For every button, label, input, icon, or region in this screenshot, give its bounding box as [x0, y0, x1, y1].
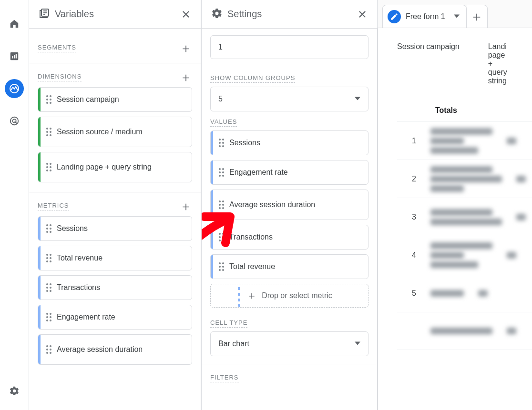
- chip-label: Transactions: [57, 283, 100, 292]
- settings-title: Settings: [227, 9, 357, 20]
- show-column-groups-label: SHOW COLUMN GROUPS: [210, 74, 295, 83]
- drag-handle-icon[interactable]: [41, 254, 57, 262]
- left-rail: [0, 0, 29, 410]
- reports-button[interactable]: [5, 47, 24, 66]
- svg-rect-1: [12, 56, 13, 59]
- show-column-groups-select[interactable]: 5: [210, 87, 368, 111]
- column-header: Landing page + query string: [488, 42, 507, 85]
- value-chip[interactable]: Total revenue: [210, 254, 368, 279]
- table-row[interactable]: 4: [397, 236, 532, 274]
- settings-panel: Settings 1 SHOW COLUMN GROUPS 5 VALUES: [201, 0, 378, 410]
- table-row[interactable]: 2: [397, 160, 532, 198]
- redacted-cell: [430, 242, 492, 268]
- chip-label: Engagement rate: [57, 312, 115, 322]
- metric-chip[interactable]: Engagement rate: [38, 305, 192, 330]
- explore-button[interactable]: [5, 79, 24, 98]
- redacted-cell: [516, 214, 526, 220]
- row-index: 3: [397, 213, 416, 221]
- drag-handle-icon[interactable]: [213, 262, 229, 271]
- redacted-cell: [516, 176, 526, 182]
- pencil-icon: [388, 10, 401, 23]
- show-column-groups-section: SHOW COLUMN GROUPS 5: [210, 68, 368, 111]
- row-index: 4: [397, 251, 416, 260]
- add-metric-button[interactable]: ＋: [180, 200, 192, 212]
- start-row-value: 1: [218, 43, 223, 51]
- drop-metric-target[interactable]: ＋ Drop or select metric: [210, 284, 368, 308]
- chevron-down-icon[interactable]: [454, 12, 460, 21]
- row-index: 1: [397, 137, 416, 145]
- drag-handle-icon[interactable]: [213, 233, 229, 241]
- drag-handle-icon[interactable]: [41, 345, 57, 354]
- plus-icon: ＋: [246, 289, 257, 303]
- column-header: Session campaign: [397, 42, 460, 85]
- drag-handle-icon[interactable]: [213, 139, 229, 147]
- drag-handle-icon[interactable]: [41, 163, 57, 171]
- chevron-down-icon: [355, 95, 360, 103]
- value-chip[interactable]: Transactions: [210, 225, 368, 250]
- table-row[interactable]: 1: [397, 121, 532, 160]
- admin-gear-button[interactable]: [5, 381, 24, 400]
- chip-label: Transactions: [229, 232, 273, 242]
- table-row[interactable]: [397, 312, 532, 350]
- metric-chip[interactable]: Total revenue: [38, 246, 192, 270]
- redacted-cell: [507, 252, 516, 259]
- close-settings-button[interactable]: [357, 9, 368, 20]
- table-row[interactable]: 5: [397, 274, 532, 312]
- metric-chip[interactable]: Sessions: [38, 216, 192, 241]
- tab-label: Free form 1: [406, 12, 445, 21]
- drag-handle-icon[interactable]: [41, 95, 57, 104]
- column-headers: Session campaign Landing page + query st…: [397, 42, 532, 95]
- metrics-section: METRICS ＋ Sessions Total revenue Transac…: [29, 192, 201, 374]
- gear-icon: [211, 8, 223, 21]
- metric-chip[interactable]: Average session duration: [38, 334, 192, 365]
- variables-title: Variables: [55, 9, 181, 20]
- chip-label: Sessions: [57, 224, 88, 233]
- table-row[interactable]: 3: [397, 198, 532, 236]
- values-label: VALUES: [210, 118, 237, 127]
- cell-type-select[interactable]: Bar chart: [210, 331, 368, 356]
- row-index: 2: [397, 175, 416, 183]
- redacted-cell: [478, 290, 488, 297]
- show-column-groups-value: 5: [218, 95, 223, 103]
- variables-icon: [39, 8, 50, 21]
- drag-handle-icon[interactable]: [213, 168, 229, 177]
- dimensions-label: DIMENSIONS: [38, 73, 82, 81]
- chip-label: Landing page + query string: [57, 162, 152, 172]
- totals-row: Totals: [397, 95, 532, 121]
- add-dimension-button[interactable]: ＋: [180, 71, 192, 83]
- metrics-label: METRICS: [38, 202, 69, 210]
- redacted-cell: [430, 290, 464, 297]
- chip-label: Sessions: [229, 138, 260, 148]
- dimension-chip[interactable]: Landing page + query string: [38, 152, 192, 182]
- add-segment-button[interactable]: ＋: [180, 42, 192, 54]
- chip-label: Total revenue: [229, 262, 275, 271]
- drag-handle-icon[interactable]: [41, 224, 57, 233]
- add-tab-button[interactable]: ＋: [467, 5, 488, 28]
- drag-handle-icon[interactable]: [41, 283, 57, 292]
- tab-free-form[interactable]: Free form 1: [382, 5, 467, 28]
- row-index: 5: [397, 289, 416, 298]
- drop-label: Drop or select metric: [262, 291, 332, 300]
- home-button[interactable]: [5, 14, 24, 33]
- totals-label: Totals: [435, 106, 457, 114]
- variables-header: Variables: [29, 0, 201, 29]
- value-chip[interactable]: Sessions: [210, 130, 368, 155]
- drag-handle-icon[interactable]: [41, 128, 57, 136]
- metric-chip[interactable]: Transactions: [38, 275, 192, 300]
- start-row-input[interactable]: 1: [210, 35, 368, 59]
- value-chip[interactable]: Average session duration: [210, 190, 368, 220]
- value-chip[interactable]: Engagement rate: [210, 160, 368, 185]
- report-panel: Free form 1 ＋ Session campaign Landing p…: [378, 0, 532, 410]
- redacted-cell: [430, 209, 502, 225]
- drag-handle-icon[interactable]: [213, 200, 229, 209]
- advertising-button[interactable]: [5, 111, 24, 130]
- segments-label: SEGMENTS: [38, 44, 76, 52]
- cell-type-label: CELL TYPE: [210, 319, 247, 328]
- dimension-chip[interactable]: Session campaign: [38, 87, 192, 112]
- redacted-cell: [430, 128, 492, 154]
- dimension-chip[interactable]: Session source / medium: [38, 117, 192, 147]
- drag-handle-icon[interactable]: [41, 313, 57, 321]
- tab-bar: Free form 1 ＋: [378, 5, 532, 28]
- close-variables-button[interactable]: [181, 9, 191, 20]
- values-section: VALUES Sessions Engagement rate Average …: [210, 111, 368, 308]
